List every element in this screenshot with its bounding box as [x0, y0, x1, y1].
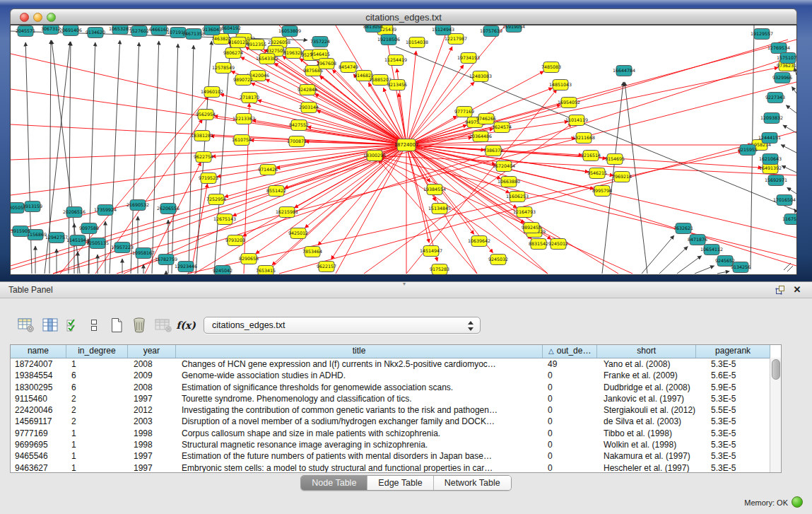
graph-node[interactable]: 13211668 [572, 133, 595, 144]
graph-node[interactable]: 16644784 [613, 66, 635, 76]
graph-node[interactable]: 9622157 [317, 262, 336, 272]
graph-node[interactable]: 9890722 [233, 75, 253, 86]
memory-status-indicator[interactable] [792, 496, 803, 508]
graph-node[interactable]: 15692971 [765, 175, 787, 186]
graph-node[interactable]: 15134845 [428, 204, 451, 214]
close-panel-icon[interactable]: ✕ [792, 284, 802, 296]
graph-node[interactable]: 3067312 [41, 25, 61, 35]
graph-node[interactable]: 9806274 [223, 48, 243, 59]
graph-node[interactable]: 12213363 [233, 114, 255, 124]
graph-node[interactable]: 7485083 [541, 62, 561, 73]
graph-node[interactable]: 17016504 [773, 195, 796, 206]
graph-node[interactable]: 9714426 [258, 165, 278, 175]
graph-node[interactable]: 26206556 [157, 204, 180, 214]
graph-node[interactable]: 7653415 [256, 266, 276, 275]
new-table-icon[interactable] [107, 316, 126, 334]
graph-node[interactable]: 3915905 [11, 226, 30, 237]
graph-node[interactable]: 12164793 [513, 207, 536, 218]
graph-node[interactable]: 16954052 [558, 98, 580, 108]
import-table-icon[interactable] [154, 316, 172, 334]
graph-node[interactable]: 10958167 [132, 248, 155, 259]
row-height-icon[interactable] [85, 316, 103, 334]
table-selector-dropdown[interactable]: citations_edges.txt [204, 317, 481, 334]
graph-node[interactable]: 14514947 [420, 246, 442, 257]
graph-node[interactable]: 2967608 [317, 59, 336, 69]
column-header-title[interactable]: title [176, 345, 543, 358]
graph-node[interactable]: 7632621 [673, 223, 693, 234]
column-header-in_degree[interactable]: in_degree [66, 345, 128, 358]
graph-node[interactable]: 7853464 [302, 247, 322, 257]
graph-node[interactable]: 12769534 [767, 43, 790, 54]
graph-node[interactable]: 9097588 [79, 223, 99, 234]
graph-node[interactable]: 9777169 [454, 107, 474, 117]
graph-node[interactable]: 2903144 [299, 103, 319, 113]
graph-node[interactable]: 8551422 [266, 186, 286, 197]
graph-node[interactable]: 3216514 [581, 151, 601, 161]
graph-node[interactable]: 11014119 [565, 115, 588, 126]
graph-node[interactable]: 16053809 [278, 26, 301, 37]
graph-node[interactable]: 20364486 [469, 132, 492, 142]
table-row[interactable]: 1938455462009Genome-wide association stu… [11, 370, 781, 381]
table-row[interactable]: 1456911722003Disruption of a novel membe… [11, 416, 781, 427]
graph-node[interactable]: 9245032 [488, 255, 508, 265]
graph-node[interactable]: 8454749 [339, 62, 358, 73]
graph-node[interactable]: 21690532 [126, 200, 149, 211]
table-row[interactable]: 911546021997Tourette syndrome. Phenomeno… [11, 393, 781, 404]
graph-node[interactable]: 10663880 [498, 177, 520, 187]
graph-node[interactable]: 7252954 [206, 194, 226, 205]
select-columns-icon[interactable] [64, 316, 82, 334]
graph-node[interactable]: 8813054 [363, 25, 383, 33]
delete-table-icon[interactable] [130, 316, 148, 334]
graph-node[interactable]: 12505135 [86, 238, 109, 249]
graph-node[interactable]: 10653287 [109, 25, 131, 35]
graph-node[interactable]: 18381281 [191, 131, 213, 141]
graph-node[interactable]: 8995794 [592, 186, 612, 197]
graph-node[interactable]: 1167533 [782, 214, 796, 225]
show-columns-icon[interactable] [41, 316, 59, 334]
graph-node[interactable]: 19384554 [423, 185, 446, 195]
graph-node[interactable]: 9245012 [548, 239, 568, 250]
graph-node[interactable]: 8196328 [283, 48, 303, 59]
graph-node[interactable]: 16720404 [493, 161, 515, 172]
graph-node[interactable]: 9425012 [288, 228, 308, 239]
table-row[interactable]: 2242004622012Investigating the contribut… [11, 404, 781, 416]
graph-node[interactable]: 7969214 [612, 172, 632, 182]
graph-node[interactable]: 7357224 [310, 37, 330, 47]
graph-node[interactable]: 9136043 [202, 25, 222, 35]
table-row[interactable]: 977716911998Corpus callosum shape and si… [11, 428, 781, 439]
scrollbar-thumb[interactable] [772, 359, 780, 380]
graph-node[interactable]: 16215981 [276, 207, 298, 218]
graph-node[interactable]: 9562954 [196, 110, 216, 120]
graph-node[interactable]: 9242848 [298, 85, 317, 95]
graph-node[interactable]: 12483083 [469, 71, 492, 82]
graph-node[interactable]: 9746266 [476, 114, 496, 124]
graph-node[interactable]: 18724007 [394, 139, 419, 151]
graph-node[interactable]: 11254419 [384, 55, 407, 66]
table-row[interactable]: 946554611997Estimation of the future num… [11, 450, 781, 462]
graph-node[interactable]: 8912355 [247, 40, 266, 50]
graph-node[interactable]: 20206516 [63, 207, 86, 218]
graph-node[interactable]: 8831542 [529, 239, 548, 250]
function-builder-icon[interactable]: f(x) [177, 316, 195, 334]
graph-node[interactable]: 3913159 [23, 201, 42, 212]
column-header-pagerank[interactable]: pagerank [696, 345, 770, 358]
graph-node[interactable]: 1700871 [287, 136, 307, 147]
graph-node[interactable]: 14960102 [201, 87, 223, 98]
graph-node[interactable]: 17957223 [111, 243, 134, 253]
tab-edge-table[interactable]: Edge Table [367, 476, 433, 490]
column-header-name[interactable]: name [11, 345, 66, 358]
graph-node[interactable]: 8290658 [239, 254, 259, 264]
tab-node-table[interactable]: Node Table [301, 476, 367, 490]
graph-node[interactable]: 9134620 [86, 28, 105, 38]
graph-node[interactable]: 14851043 [549, 80, 572, 90]
column-header-year[interactable]: year [128, 345, 176, 358]
table-row[interactable]: 969969511998Structural magnetic resonanc… [11, 439, 781, 450]
graph-node[interactable]: 19734193 [457, 53, 480, 64]
splitter-handle-icon[interactable]: ▾ [399, 282, 409, 286]
graph-node[interactable]: 10639642 [468, 236, 490, 247]
graph-node[interactable]: 9227343 [765, 93, 785, 103]
graph-node[interactable]: 1527602 [129, 26, 149, 37]
vertical-scrollbar[interactable] [770, 358, 781, 472]
graph-node[interactable]: 16210643 [759, 154, 782, 165]
graph-node[interactable]: 18300295 [363, 151, 386, 161]
